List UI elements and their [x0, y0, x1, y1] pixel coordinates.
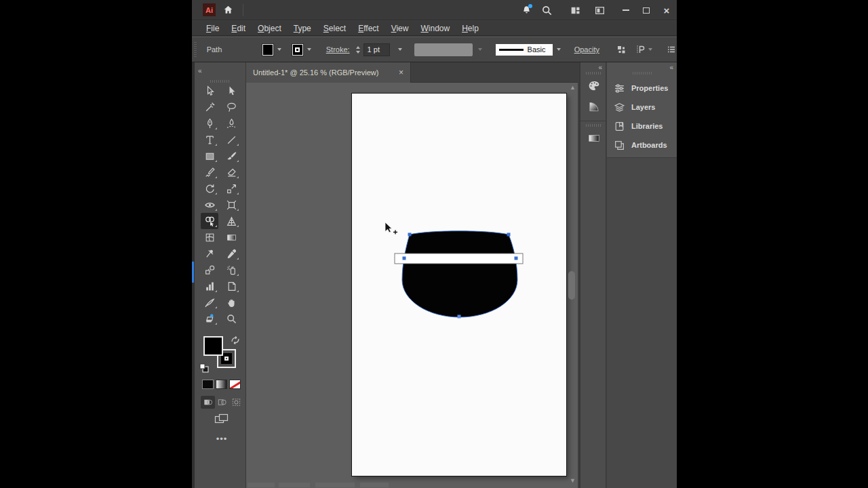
opacity-label[interactable]: Opacity: [574, 45, 599, 54]
stroke-weight-value[interactable]: 1 pt: [363, 43, 390, 56]
dock-collapse-icon[interactable]: «: [669, 64, 673, 70]
fill-indicator[interactable]: [203, 336, 223, 356]
vertical-scrollbar-thumb[interactable]: [568, 271, 575, 300]
notifications-bell-icon[interactable]: [519, 3, 533, 17]
puppet-warp-tool[interactable]: [201, 245, 218, 262]
rotate-tool[interactable]: [201, 180, 218, 197]
pen-tool[interactable]: [201, 115, 218, 131]
shaper-tool[interactable]: [201, 164, 218, 180]
change-screen-mode[interactable]: [195, 413, 249, 424]
scroll-up-icon[interactable]: ▲: [570, 84, 576, 91]
menu-help[interactable]: Help: [456, 24, 485, 33]
swap-fill-stroke-icon[interactable]: [231, 335, 240, 347]
rectangle-tool[interactable]: [201, 148, 218, 164]
arrange-documents-icon[interactable]: [568, 3, 582, 17]
stepper-up-icon[interactable]: [356, 46, 360, 49]
stroke-color-swatch[interactable]: [292, 44, 303, 56]
strip-collapse-icon[interactable]: «: [598, 64, 601, 70]
align-objects-icon[interactable]: [616, 44, 627, 55]
drawing-modes: [201, 396, 243, 409]
paintbrush-tool[interactable]: [222, 148, 240, 164]
eraser-tool[interactable]: [222, 164, 240, 180]
artboard-tool[interactable]: [222, 278, 240, 294]
stroke-style-chevron-icon[interactable]: [557, 48, 561, 51]
strip-grip-2[interactable]: [586, 124, 601, 127]
print-tiling-tool[interactable]: [201, 310, 218, 327]
stroke-weight-stepper[interactable]: [356, 46, 360, 54]
menu-edit[interactable]: Edit: [225, 24, 252, 33]
panel-tab-properties[interactable]: Properties: [607, 79, 677, 98]
restore-button[interactable]: [636, 2, 656, 18]
hand-tool[interactable]: [222, 294, 240, 310]
draw-inside-mode[interactable]: [229, 396, 243, 409]
panel-tab-label: Artboards: [631, 141, 667, 149]
canvas[interactable]: ▲ ▼: [246, 83, 578, 488]
gradient-button[interactable]: [216, 380, 227, 389]
scale-tool[interactable]: [222, 180, 240, 197]
stroke-style-value: Basic: [528, 45, 546, 54]
menu-effect[interactable]: Effect: [352, 24, 384, 33]
mesh-tool[interactable]: [201, 229, 218, 245]
direct-selection-tool[interactable]: [222, 83, 240, 99]
fill-color-swatch[interactable]: [262, 44, 273, 56]
fill-dropdown-chevron-icon[interactable]: [277, 48, 281, 51]
panel-tab-artboards[interactable]: Artboards: [607, 136, 677, 155]
menu-select[interactable]: Select: [317, 24, 352, 33]
symbol-sprayer-tool[interactable]: [222, 262, 240, 278]
close-button[interactable]: ×: [656, 2, 677, 18]
edit-toolbar-button[interactable]: •••: [195, 434, 249, 444]
control-bar-menu-icon[interactable]: [666, 44, 677, 55]
menu-view[interactable]: View: [385, 24, 415, 33]
minimize-button[interactable]: [616, 2, 636, 18]
lasso-tool[interactable]: [222, 99, 240, 115]
panel-tab-libraries[interactable]: Libraries: [607, 117, 677, 136]
stroke-style-dropdown[interactable]: Basic: [496, 44, 553, 56]
align-options-icon[interactable]: [635, 44, 652, 55]
strip-grip[interactable]: [586, 72, 601, 75]
illustrator-window: Ai × File Edit Object: [192, 0, 677, 488]
color-button[interactable]: [202, 380, 214, 389]
column-graph-tool[interactable]: [201, 278, 218, 294]
restore-icon: [643, 7, 650, 14]
dock-grip[interactable]: [633, 72, 652, 75]
color-guide-panel-icon[interactable]: [580, 98, 608, 115]
none-button[interactable]: [229, 380, 241, 389]
document-tab[interactable]: Untitled-1* @ 25.16 % (RGB/Preview) ×: [246, 62, 411, 83]
width-tool[interactable]: [201, 197, 218, 213]
stepper-down-icon[interactable]: [356, 51, 360, 54]
blend-tool[interactable]: [201, 262, 218, 278]
eyedropper-tool[interactable]: [222, 245, 240, 262]
menu-file[interactable]: File: [200, 24, 225, 33]
perspective-grid-tool[interactable]: [222, 213, 240, 229]
gradient-panel-icon[interactable]: [580, 129, 608, 147]
color-panel-icon[interactable]: [580, 77, 608, 95]
free-transform-tool[interactable]: [222, 197, 240, 213]
document-tab-close-icon[interactable]: ×: [399, 68, 403, 77]
selection-tool[interactable]: [201, 83, 218, 99]
home-icon[interactable]: [221, 3, 235, 17]
stroke-weight-label[interactable]: Stroke:: [326, 45, 350, 54]
search-icon[interactable]: [540, 3, 553, 17]
menu-object[interactable]: Object: [252, 24, 288, 33]
line-segment-tool[interactable]: [222, 131, 240, 148]
slice-tool[interactable]: [201, 294, 218, 310]
gradient-tool[interactable]: [222, 229, 240, 245]
align-options-chevron-icon[interactable]: [648, 48, 652, 51]
control-bar-grip[interactable]: [194, 42, 197, 57]
stroke-dropdown-chevron-icon[interactable]: [307, 48, 311, 51]
default-fill-stroke-icon[interactable]: [199, 363, 209, 375]
stroke-weight-chevron-icon[interactable]: [398, 48, 402, 51]
draw-behind-mode[interactable]: [215, 396, 229, 409]
workspace-switcher-icon[interactable]: [593, 3, 606, 17]
shape-builder-tool[interactable]: [201, 213, 218, 229]
type-tool[interactable]: [201, 131, 218, 148]
menu-type[interactable]: Type: [288, 24, 317, 33]
toolbar-collapse-icon[interactable]: «: [198, 67, 201, 75]
panel-tab-layers[interactable]: Layers: [607, 98, 677, 117]
magic-wand-tool[interactable]: [201, 99, 218, 115]
selected-shape[interactable]: [246, 83, 578, 488]
menu-window[interactable]: Window: [414, 24, 456, 33]
draw-normal-mode[interactable]: [201, 396, 215, 409]
curvature-tool[interactable]: [222, 115, 240, 131]
zoom-tool[interactable]: [222, 310, 240, 327]
